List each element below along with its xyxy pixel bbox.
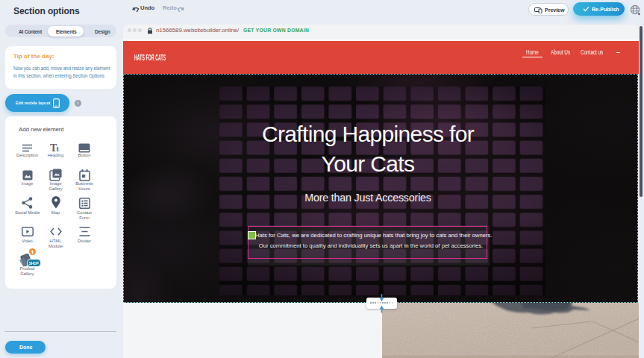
svg-text:t: t [57,145,60,153]
